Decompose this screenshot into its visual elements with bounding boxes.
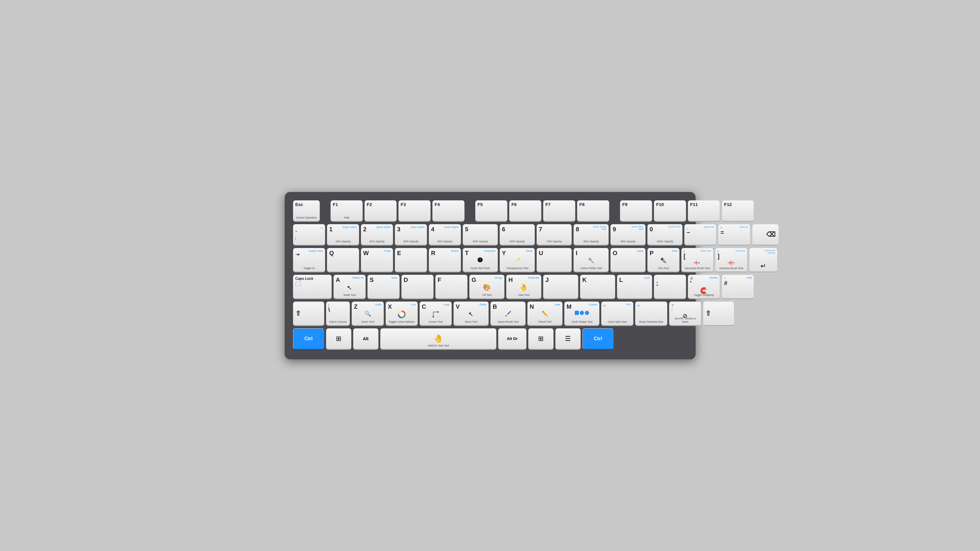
key-f9[interactable]: F9 — [620, 200, 652, 222]
key-lwin[interactable]: ⊞ — [326, 328, 352, 350]
lbracket-icon — [684, 260, 711, 267]
key-f12[interactable]: F12 — [722, 200, 754, 222]
key-i[interactable]: I 🔧 Colour Picker Tool — [574, 248, 609, 272]
key-f[interactable]: F — [435, 275, 468, 299]
key-w[interactable]: Close W — [361, 248, 393, 272]
key-hash[interactable]: Grid ~ # — [722, 275, 754, 299]
asdf-row: Caps Lock Select All A ↖ Node Tool Save … — [293, 275, 687, 299]
g-icon: 🎨 — [472, 284, 502, 291]
key-4[interactable]: Zoom 800% 4 40% Opacity — [429, 224, 461, 246]
key-f4[interactable]: F4 — [433, 200, 465, 222]
key-capslock[interactable]: Caps Lock — [293, 275, 332, 299]
key-t[interactable]: Character T 🅣 Cycle Text Tools — [463, 248, 498, 272]
keyboard: Esc Cancel Operation F1 Help F2 F3 F4 F5… — [285, 192, 695, 359]
t-icon: 🅣 — [465, 257, 495, 264]
key-backslash[interactable]: | \ Clip to Canvas — [326, 302, 350, 326]
key-period[interactable]: > . Reset Selection Box — [635, 302, 667, 326]
key-apostrophe[interactable]: Guides @ ' 🧲 Toggle Snapping — [688, 275, 720, 299]
key-j[interactable]: J — [543, 275, 578, 299]
key-rwin[interactable]: ⊞ — [528, 328, 554, 350]
key-lalt[interactable]: Alt — [353, 328, 379, 350]
key-minus[interactable]: Zoom Out _ − — [684, 224, 716, 246]
key-f7[interactable]: F7 — [543, 200, 575, 222]
key-s[interactable]: Save S — [368, 275, 399, 299]
svg-point-8 — [401, 313, 403, 316]
key-f8[interactable]: F8 — [577, 200, 609, 222]
x-icon — [388, 310, 415, 320]
key-3[interactable]: Zoom 400% 3 30% Opacity — [395, 224, 427, 246]
key-tab[interactable]: Switch View ⇥ Toggle UI — [293, 248, 325, 272]
key-b[interactable]: B 🖌️ Vector Brush Tool — [490, 302, 526, 326]
key-u[interactable]: U — [536, 248, 572, 272]
key-8[interactable]: Zoom ActualSize 8 80% Opacity — [574, 224, 609, 246]
c-icon — [422, 310, 449, 319]
h-icon: 🤚 — [509, 284, 539, 291]
fn-row: Esc Cancel Operation F1 Help F2 F3 F4 F5… — [293, 200, 687, 222]
space-icon: 🤚 — [434, 334, 443, 343]
z-icon: 🔍 — [354, 310, 382, 317]
key-6[interactable]: 6 60% Opacity — [500, 224, 535, 246]
key-backtick[interactable]: ¬ ` | — [293, 224, 325, 246]
key-k[interactable]: K — [580, 275, 615, 299]
key-x[interactable]: Cut X Toggle Active Selector — [386, 302, 418, 326]
key-h[interactable]: Duplicate H 🤚 View Tool — [506, 275, 541, 299]
svg-marker-2 — [698, 262, 700, 264]
key-semicolon[interactable]: : ; — [654, 275, 686, 299]
key-7[interactable]: 7 70% Opacity — [536, 224, 572, 246]
key-equals[interactable]: Zoom In + = — [718, 224, 751, 246]
key-altgr[interactable]: Alt Gr — [498, 328, 527, 350]
key-rbracket[interactable]: Fwd One } ] Increase Brush Size — [715, 248, 748, 272]
capslock-indicator — [295, 282, 301, 286]
num-row: ¬ ` | Zoom 100% 1 10% Opacity Zoom 200% … — [293, 224, 687, 246]
key-g[interactable]: Group G 🎨 Fill Tool — [469, 275, 504, 299]
key-enter[interactable]: Convert toCurves ↵ — [749, 248, 778, 272]
key-y[interactable]: Redo Y 🥂 Transparency Tool — [500, 248, 535, 272]
key-n[interactable]: New N ✏️ Pencil Tool — [527, 302, 563, 326]
key-z[interactable]: Undo Z 🔍 Zoom Tool — [352, 302, 384, 326]
key-p[interactable]: Print P ✒️ Pen Tool — [648, 248, 679, 272]
bottom-row: Ctrl ⊞ Alt 🤚 Hold for View Tool Alt Gr ⊞… — [293, 328, 687, 350]
key-f2[interactable]: F2 — [364, 200, 397, 222]
key-menu[interactable]: ☰ — [555, 328, 581, 350]
key-e[interactable]: E — [395, 248, 427, 272]
key-c[interactable]: Copy C Corner Tool — [420, 302, 452, 326]
key-rctrl[interactable]: Ctrl — [582, 328, 614, 350]
key-5[interactable]: 5 50% Opacity — [463, 224, 498, 246]
key-comma[interactable]: Pref. < , Cycle Split View — [601, 302, 633, 326]
svg-marker-6 — [734, 262, 735, 264]
key-rshift[interactable]: ⇧ — [703, 302, 734, 326]
key-o[interactable]: Open O — [611, 248, 646, 272]
key-2[interactable]: Zoom 200% 2 20% Opacity — [361, 224, 393, 246]
key-q[interactable]: Q — [327, 248, 359, 272]
key-f6[interactable]: F6 — [509, 200, 541, 222]
key-r[interactable]: Rulers R — [429, 248, 461, 272]
zxcv-row: ⇧ | \ Clip to Canvas Undo Z 🔍 Zoom Tool … — [293, 302, 687, 326]
key-esc[interactable]: Esc Cancel Operation — [293, 200, 320, 222]
key-f3[interactable]: F3 — [398, 200, 431, 222]
key-backspace[interactable]: ⌫ — [752, 224, 779, 246]
qwerty-row: Switch View ⇥ Toggle UI Q Close W E Rule… — [293, 248, 687, 272]
p-icon: ✒️ — [650, 257, 677, 264]
key-f11[interactable]: F11 — [688, 200, 720, 222]
key-slash[interactable]: ? / ⊘ Set Fill / Stroke to None — [669, 302, 701, 326]
key-lbracket[interactable]: Back One { [ Decrease Brush Size — [681, 248, 713, 272]
a-icon: ↖ — [336, 284, 363, 291]
key-lctrl[interactable]: Ctrl — [293, 328, 324, 350]
b-icon: 🖌️ — [493, 310, 523, 317]
rbracket-icon — [718, 260, 745, 267]
key-d[interactable]: D — [401, 275, 434, 299]
key-1[interactable]: Zoom 100% 1 10% Opacity — [327, 224, 359, 246]
svg-point-12 — [437, 311, 439, 313]
key-lshift[interactable]: ⇧ — [293, 302, 324, 326]
i-icon: 🔧 — [576, 257, 606, 264]
key-f5[interactable]: F5 — [475, 200, 508, 222]
key-0[interactable]: Zoom to Fit 0 100% Opacity — [648, 224, 682, 246]
key-m[interactable]: Curves M Cycle Shape Tool — [564, 302, 600, 326]
key-f1[interactable]: F1 Help — [331, 200, 363, 222]
key-l[interactable]: Lock L — [617, 275, 652, 299]
key-space[interactable]: 🤚 Hold for View Tool — [380, 328, 496, 350]
key-v[interactable]: Paste V ↖ Move Tool — [453, 302, 488, 326]
key-a[interactable]: Select All A ↖ Node Tool — [334, 275, 366, 299]
key-9[interactable]: Zoom PixelSize 9 90% Opacity — [611, 224, 646, 246]
key-f10[interactable]: F10 — [654, 200, 686, 222]
